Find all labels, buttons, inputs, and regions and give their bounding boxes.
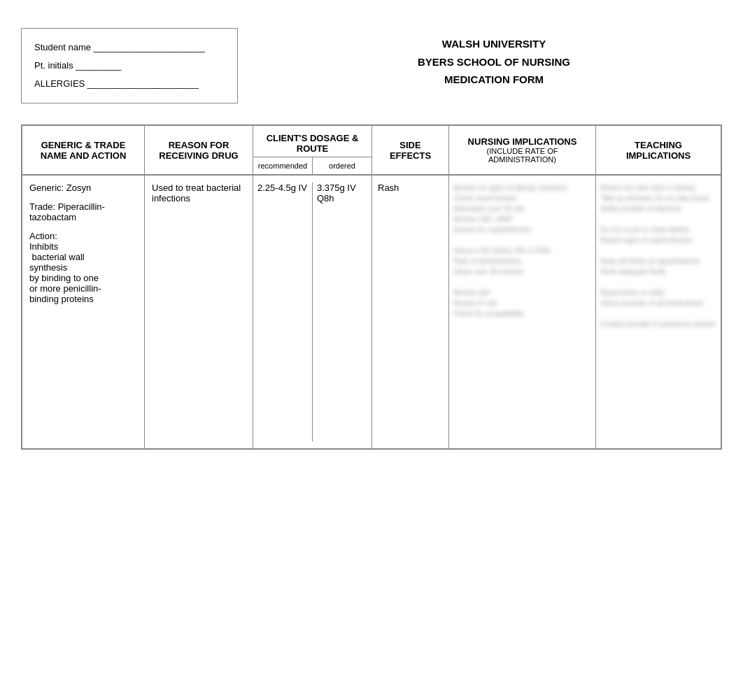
nursing-blurred-content: Monitor for signs of allergic reactions … [453,183,591,319]
cell-reason: Used to treat bacterial infections [145,176,253,448]
col-dosage-title: CLIENT'S DOSAGE & ROUTE [253,126,372,157]
col-nursing-sub: (INCLUDE RATE OF ADMINISTRATION) [455,147,590,164]
col-header-teaching: TEACHING IMPLICATIONS [596,126,721,174]
table-body-row: Generic: Zosyn Trade: Piperacillin-tazob… [22,176,721,448]
col-dosage-recommended: recommended [253,157,313,174]
table-header-row: GENERIC & TRADE NAME AND ACTION REASON F… [22,126,721,176]
header-section: Student name ______________________ Pt. … [21,28,722,103]
cell-dosage-ordered: 3.375g IV Q8h [313,183,372,441]
cell-generic: Generic: Zosyn Trade: Piperacillin-tazob… [22,176,145,448]
generic-name: Generic: Zosyn [29,183,137,193]
university-line3: MEDICATION FORM [266,71,722,89]
cell-side-effects: Rash [372,176,449,448]
col-dosage-sub: recommended ordered [253,157,372,174]
reason-text: Used to treat bacterial infections [152,183,241,203]
col-header-reason: REASON FOR RECEIVING DRUG [145,126,253,174]
allergies-label: ALLERGIES ______________________ [34,75,225,93]
student-name-label: Student name ______________________ [34,38,225,57]
action-label: Action: [29,231,57,241]
side-effects-text: Rash [378,183,399,193]
col-header-side-effects: SIDE EFFECTS [372,126,449,174]
university-line2: BYERS SCHOOL OF NURSING [266,53,722,71]
cell-dosage: 2.25-4.5g IV 3.375g IV Q8h [253,176,372,448]
cell-nursing: Monitor for signs of allergic reactions … [449,176,596,448]
col-header-dosage: CLIENT'S DOSAGE & ROUTE recommended orde… [253,126,372,174]
pt-initials-label: Pt. initials _________ [34,57,225,75]
student-info-box: Student name ______________________ Pt. … [21,28,238,103]
col-header-generic: GENERIC & TRADE NAME AND ACTION [22,126,145,174]
action-text: Inhibits bacterial wallsynthesisby bindi… [29,241,101,304]
university-line1: WALSH UNIVERSITY [266,35,722,53]
medication-table: GENERIC & TRADE NAME AND ACTION REASON F… [21,124,722,450]
teaching-blurred-content: Report any skin rash or itching Take as … [600,183,716,329]
col-header-nursing: NURSING IMPLICATIONS (INCLUDE RATE OF AD… [449,126,596,174]
university-header: WALSH UNIVERSITY BYERS SCHOOL OF NURSING… [266,28,722,89]
trade-name: Trade: Piperacillin-tazobactam [29,201,137,222]
cell-teaching: Report any skin rash or itching Take as … [596,176,721,448]
col-dosage-ordered: ordered [313,157,372,174]
cell-dosage-recommended: 2.25-4.5g IV [253,183,313,441]
